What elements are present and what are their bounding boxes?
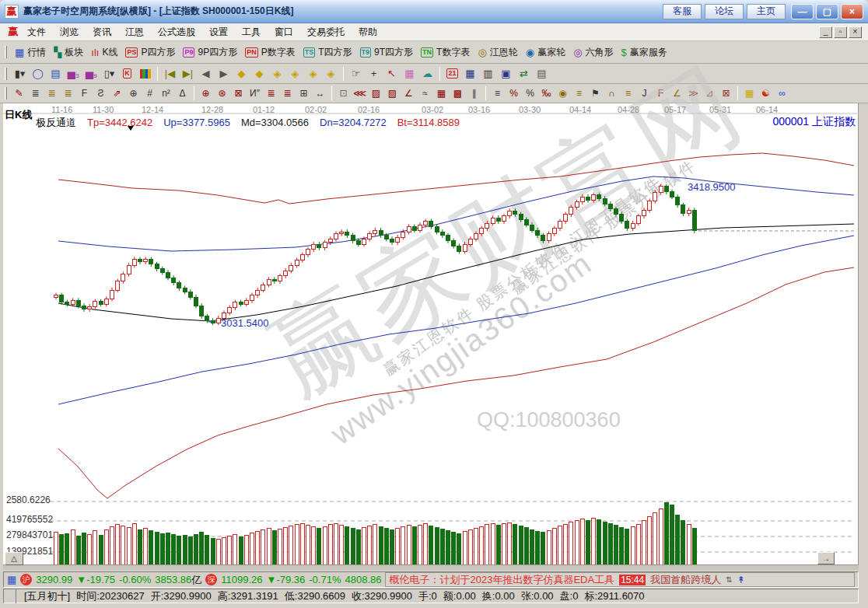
zigzag-button[interactable]: ≈ (417, 86, 433, 101)
menu-item-3[interactable]: 江恩 (118, 24, 151, 40)
kan-tool-button[interactable]: K (118, 66, 136, 82)
chart-3-button[interactable]: ▅₃ (65, 66, 82, 82)
gann-fan-button[interactable]: ⋘ (352, 86, 368, 101)
scroll-right-button[interactable]: → (817, 552, 835, 564)
shen-fence-button[interactable]: ≣ (263, 86, 279, 101)
menu-item-4[interactable]: 公式选股 (151, 24, 202, 40)
grid-2-button[interactable]: ▦ (433, 86, 450, 101)
gold-fence-button[interactable]: ≣ (44, 86, 60, 101)
yin-yang-button[interactable]: ☯ (758, 86, 774, 101)
export-button[interactable]: ⇄ (515, 66, 533, 82)
fence-button[interactable]: ≣ (27, 86, 44, 101)
ruler-pct-button[interactable]: ≡ (489, 86, 506, 101)
info-note-button[interactable]: ▤ (47, 66, 65, 82)
child-close-button[interactable]: × (849, 26, 862, 38)
9t-square-button[interactable]: T99T四方形 (356, 44, 418, 61)
menu-item-7[interactable]: 窗口 (268, 24, 300, 40)
horizontal-scrollbar[interactable] (3, 564, 859, 570)
color-chart-button[interactable] (136, 66, 154, 82)
homepage-button[interactable]: 主页 (747, 4, 786, 19)
star-circle-button[interactable]: ⊛ (214, 86, 230, 101)
grid-box-button[interactable]: ▨ (368, 86, 384, 101)
grid-3-button[interactable]: ▩ (450, 86, 466, 101)
p-number-table-button[interactable]: PNP数字表 (241, 44, 299, 61)
9p-square-button[interactable]: P99P四方形 (179, 44, 241, 61)
hexagon-button[interactable]: ◎六角形 (569, 44, 617, 61)
diamond-cross-button[interactable]: ◈ (322, 66, 340, 82)
calendar-button[interactable]: 21 (443, 66, 461, 82)
winner-service-button[interactable]: $赢家服务 (617, 44, 670, 61)
region-zoom-button[interactable]: ◯ (29, 66, 47, 82)
child-minimize-button[interactable]: _ (819, 26, 832, 38)
restore-button[interactable]: ▢ (816, 4, 838, 19)
next-bar-button[interactable]: ▶ (215, 66, 233, 82)
circle-cross-button[interactable]: ⊕ (198, 86, 214, 101)
gold-angle-button[interactable]: ∠ (669, 86, 685, 101)
sectors-button[interactable]: ▚板块 (50, 44, 87, 61)
winner-wheel-button[interactable]: ◉赢家轮 (522, 44, 569, 61)
percent-button[interactable]: % (522, 86, 538, 101)
go-first-button[interactable]: |◀ (161, 66, 179, 82)
close-button[interactable]: × (841, 4, 863, 19)
gann-wheel-button[interactable]: ◎江恩轮 (474, 44, 521, 61)
t-number-table-button[interactable]: TNT数字表 (417, 44, 474, 61)
hatch-box-button[interactable]: ▧ (384, 86, 401, 101)
mind-tool-button[interactable]: ☁ (418, 66, 436, 82)
gold-line-2-button[interactable]: ≡ (620, 86, 636, 101)
diamond-h-button[interactable]: ◈ (268, 66, 286, 82)
prev-bar-button[interactable]: ◀ (197, 66, 215, 82)
speed-line-button[interactable]: ≫ (685, 86, 702, 101)
gold-circle-button[interactable]: ◉ (555, 86, 571, 101)
save-button[interactable]: ▣ (497, 66, 515, 82)
gold-fence-2-button[interactable]: ≣ (60, 86, 76, 101)
menu-item-8[interactable]: 交易委托 (300, 24, 352, 40)
forum-button[interactable]: 论坛 (705, 4, 744, 19)
grid-tool-button[interactable]: ▦ (401, 66, 418, 82)
box-star-button[interactable]: ⊠ (230, 86, 247, 101)
toolbar-grip[interactable] (5, 68, 7, 80)
f-fence-button[interactable]: F (76, 86, 93, 101)
pct-line-button[interactable]: ‰ (538, 86, 555, 101)
pointer-tool-button[interactable]: ↖ (383, 66, 401, 82)
h-range-button[interactable]: ↔ (312, 86, 328, 101)
s-fence-button[interactable]: Ƨ (93, 86, 109, 101)
calculator-button[interactable]: ▦ (461, 66, 479, 82)
kline-button[interactable]: ılıK线 (87, 44, 121, 61)
pct-triangle-button[interactable]: % (506, 86, 522, 101)
n-mark-button[interactable]: И″ (247, 86, 263, 101)
brush-arrow-button[interactable]: ⇗ (109, 86, 125, 101)
menu-item-0[interactable]: 文件 (20, 24, 53, 40)
grid-gold-button[interactable]: ▦ (741, 86, 758, 101)
hand-tool-button[interactable]: ☞ (347, 66, 365, 82)
si-line-button[interactable]: ⊠ (718, 86, 734, 101)
angle-tool-button[interactable]: Δ (174, 86, 191, 101)
win-line-button[interactable]: ⊿ (702, 86, 718, 101)
menu-item-9[interactable]: 帮助 (352, 24, 384, 40)
menu-item-6[interactable]: 工具 (235, 24, 268, 40)
app-logo-icon[interactable]: 赢 (5, 5, 19, 19)
flag-tool-button[interactable]: ⚑ (587, 86, 604, 101)
box-select-button[interactable]: ⊡ (335, 86, 352, 101)
wave-tool-button[interactable]: ∩ (604, 86, 620, 101)
quotes-button[interactable]: ▦行情 (11, 44, 50, 61)
j-line-button[interactable]: J (636, 86, 653, 101)
clock-cycle-button[interactable]: ⊕ (125, 86, 142, 101)
shenzhen-index-quote[interactable]: 深 11099.26 ▼-79.36 -0.71% 4808.86 (205, 574, 381, 585)
child-restore-button[interactable]: ▫ (834, 26, 847, 38)
diamond-star-button[interactable]: ◈ (304, 66, 322, 82)
pen-button[interactable]: ✎ (11, 86, 27, 101)
news-ticker[interactable]: 概伦电子：计划于2023年推出数字仿真器EDA工具 15:44 我国首船跨境人 … (385, 572, 855, 587)
p-square-button[interactable]: PSP四方形 (121, 44, 179, 61)
menu-item-5[interactable]: 设置 (202, 24, 235, 40)
diamond-x-button[interactable]: ◈ (286, 66, 304, 82)
n-square-button[interactable]: n² (158, 86, 174, 101)
win-fence-button[interactable]: ≣ (279, 86, 296, 101)
menu-item-2[interactable]: 资讯 (86, 24, 118, 40)
minimize-button[interactable]: — (791, 4, 814, 19)
chart-canvas[interactable] (3, 103, 859, 570)
tick-fence-button[interactable]: # (142, 86, 158, 101)
kline-style-button[interactable]: ▮▾ (11, 66, 29, 82)
diamond-right-button[interactable]: ◆ (250, 66, 268, 82)
chart-9-button[interactable]: ▅₉ (82, 66, 100, 82)
count-fence-button[interactable]: ⊞ (296, 86, 312, 101)
